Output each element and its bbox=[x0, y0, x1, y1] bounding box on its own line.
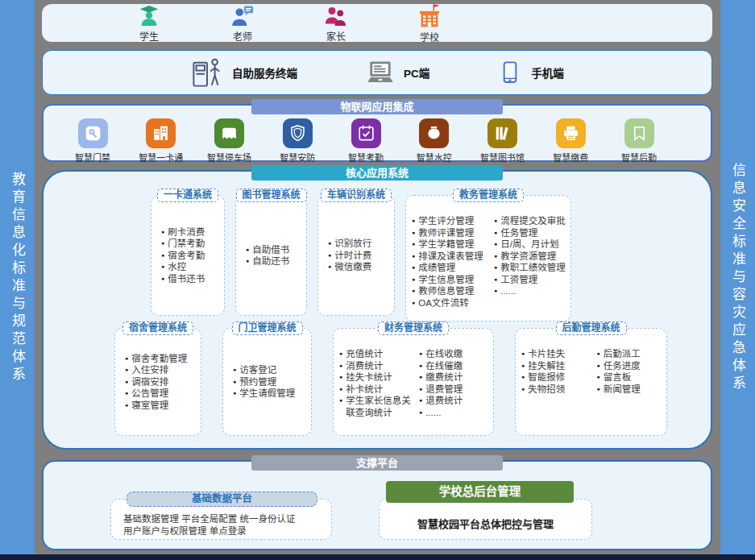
core-systems-row-2: 宿舍管理系统宿舍考勤管理入住安排调宿安排公告管理寝室管理门卫管理系统访客登记预约… bbox=[114, 328, 667, 436]
device-item: 手机端 bbox=[497, 60, 564, 85]
system-box-items: 卡片挂失挂失解挂智能报修失物招领后勤派工任务进度留言板新闻管理 bbox=[516, 329, 666, 435]
library-icon bbox=[492, 123, 512, 143]
device-item: PC端 bbox=[365, 57, 429, 88]
system-item: 成绩管理 bbox=[412, 262, 488, 274]
item-column: 宿舍考勤管理入住安排调宿安排公告管理寝室管理 bbox=[115, 329, 201, 435]
iot-tile-label: 智慧后勤 bbox=[621, 151, 657, 164]
device-label: 自助服务终端 bbox=[232, 64, 297, 81]
system-item: 借书还书 bbox=[161, 273, 224, 285]
system-item: 教师信息管理 bbox=[412, 285, 488, 297]
system-item: 退费统计 bbox=[419, 395, 493, 407]
system-item-label: 教学资源管理 bbox=[500, 251, 556, 263]
system-box: 图书管理系统自助借书自助还书 bbox=[235, 195, 307, 316]
system-item-label: 门禁考勤 bbox=[168, 238, 205, 250]
system-item-label: 寝室管理 bbox=[131, 400, 168, 412]
system-item: 排课及课表管理 bbox=[412, 251, 488, 263]
system-box-items: 宿舍考勤管理入住安排调宿安排公告管理寝室管理 bbox=[115, 329, 201, 435]
system-box-items: 学生评分管理教师评课管理学生学籍管理排课及课表管理成绩管理学生信息管理教师信息管… bbox=[406, 196, 570, 321]
item-column: 自助借书自助还书 bbox=[236, 196, 306, 315]
device-label: 手机端 bbox=[531, 64, 564, 81]
system-item-label: 宿舍考勤管理 bbox=[131, 353, 187, 365]
system-box-title: 后勤管理系统 bbox=[555, 321, 626, 335]
system-item: 入住安排 bbox=[125, 364, 201, 376]
system-item: 任务管理 bbox=[494, 227, 570, 239]
parents-icon bbox=[324, 4, 348, 28]
smart-campus-architecture-diagram: 教育信息化标准与规范体系 信息安全标准与容灾应急体系 学生老师家长学校 自助服务… bbox=[0, 0, 755, 560]
system-item-label: 自助借书 bbox=[252, 244, 289, 256]
base-platform-line: 基础数据管理 平台全局配置 统一身份认证 bbox=[123, 513, 331, 525]
system-item: 任务进度 bbox=[597, 360, 667, 372]
system-box-title: 一卡通系统 bbox=[157, 189, 218, 202]
iot-tile bbox=[283, 118, 313, 148]
system-item-label: 宿舍考勤 bbox=[168, 250, 205, 262]
system-item: 刷卡消费 bbox=[161, 226, 224, 239]
door-access-icon bbox=[83, 123, 103, 143]
system-item-label: 识别放行 bbox=[334, 238, 371, 250]
item-column: 识别放行计时计费微信缴费 bbox=[318, 196, 394, 315]
system-item: 计时计费 bbox=[328, 250, 394, 262]
teacher-icon bbox=[230, 4, 255, 28]
iot-tile bbox=[487, 118, 517, 148]
system-box: 车辆识别系统识别放行计时计费微信缴费 bbox=[317, 195, 395, 316]
system-item-label: ...... bbox=[425, 407, 441, 419]
iot-tile-row: 智慧门禁智慧一卡通智慧停车场智慧安防智慧考勤智慧水控智慧图书馆智慧缴费智慧后勤 bbox=[44, 118, 711, 164]
iot-tile-label: 智慧停车场 bbox=[207, 151, 251, 164]
system-item: 教学资源管理 bbox=[494, 251, 570, 263]
iot-tile-label: 智慧缴费 bbox=[553, 151, 588, 164]
system-box-items: 访客登记预约管理学生请假管理 bbox=[223, 329, 311, 435]
support-platform-section: 支撑平台 基础数据管理 平台全局配置 统一身份认证 用户账户与权限管理 单点登录… bbox=[42, 460, 712, 550]
iot-tile bbox=[78, 118, 108, 148]
system-item: 水控 bbox=[161, 261, 224, 273]
iot-tile bbox=[419, 118, 449, 148]
system-item-label: 访客登记 bbox=[239, 364, 276, 376]
system-box-title: 宿舍管理系统 bbox=[122, 321, 193, 335]
system-item-label: 留言板 bbox=[604, 371, 632, 384]
system-item-label: 学生家长信息关联查询统计 bbox=[346, 395, 413, 418]
iot-tile-label: 智慧安防 bbox=[280, 151, 315, 164]
item-column: 访客登记预约管理学生请假管理 bbox=[223, 329, 311, 435]
system-item-label: ...... bbox=[500, 285, 516, 297]
system-item-label: 在线收缴 bbox=[425, 348, 463, 360]
system-item-label: 补卡统计 bbox=[346, 384, 383, 396]
item-column: 在线收缴在线催缴缴费统计退费管理退费统计...... bbox=[413, 329, 493, 435]
system-item-label: 自助还书 bbox=[252, 255, 289, 268]
iot-tile-label: 智慧考勤 bbox=[348, 151, 384, 164]
attendance-icon bbox=[356, 123, 376, 143]
student-icon bbox=[137, 4, 161, 28]
system-item-label: 排课及课表管理 bbox=[418, 251, 483, 263]
system-item-label: 消费统计 bbox=[346, 360, 383, 372]
security-icon bbox=[288, 123, 308, 143]
system-item: 自助借书 bbox=[246, 244, 306, 256]
system-item-label: 挂失解挂 bbox=[528, 360, 565, 372]
system-item-label: 挂失卡统计 bbox=[346, 371, 392, 384]
item-column: 充值统计消费统计挂失卡统计补卡统计学生家长信息关联查询统计 bbox=[334, 329, 413, 435]
item-column: 卡片挂失挂失解挂智能报修失物招领 bbox=[516, 329, 591, 435]
system-item: 智能报修 bbox=[521, 371, 591, 384]
system-item-label: 日/周、月计划 bbox=[500, 239, 558, 251]
kiosk-icon bbox=[190, 56, 224, 89]
system-item-label: 教师评课管理 bbox=[418, 227, 474, 239]
system-box-title: 图书管理系统 bbox=[235, 189, 306, 202]
system-item-label: 预约管理 bbox=[239, 376, 276, 388]
admin-platform-content: 智慧校园平台总体把控与管理 bbox=[417, 516, 554, 531]
item-column: 刷卡消费门禁考勤宿舍考勤水控借书还书 bbox=[151, 196, 224, 315]
system-item-label: 缴费统计 bbox=[425, 371, 463, 384]
system-item-label: 任务管理 bbox=[500, 227, 537, 239]
system-item-label: 在线催缴 bbox=[425, 360, 463, 372]
bottom-strip bbox=[0, 554, 755, 560]
item-column: 学生评分管理教师评课管理学生学籍管理排课及课表管理成绩管理学生信息管理教师信息管… bbox=[406, 196, 488, 321]
logistics-icon bbox=[629, 123, 649, 143]
system-item: 挂失解挂 bbox=[521, 360, 591, 372]
iot-item: 智慧安防 bbox=[263, 118, 331, 164]
iot-tile-label: 智慧一卡通 bbox=[139, 151, 183, 164]
system-item: 学生学籍管理 bbox=[412, 239, 488, 251]
user-label: 学生 bbox=[139, 29, 159, 43]
system-item: 流程提交及审批 bbox=[494, 215, 570, 227]
system-item: 微信缴费 bbox=[328, 261, 394, 273]
iot-tile-label: 智慧门禁 bbox=[75, 151, 110, 164]
system-item: 学生请假管理 bbox=[233, 388, 311, 400]
system-item: 新闻管理 bbox=[597, 384, 667, 396]
system-item-label: 入住安排 bbox=[131, 364, 168, 376]
phone-icon bbox=[497, 60, 523, 85]
system-item-label: 学生信息管理 bbox=[418, 274, 474, 286]
